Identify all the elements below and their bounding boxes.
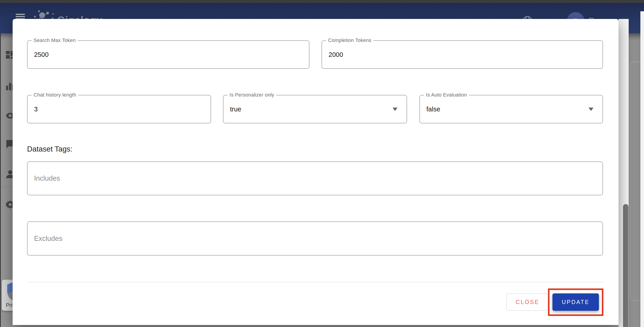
update-button[interactable]: UPDATE xyxy=(552,294,599,311)
dimmed-page-right xyxy=(629,34,640,327)
is-personalizer-only-label: Is Personalizer only xyxy=(228,92,276,98)
completion-tokens-field: Completion Tokens xyxy=(322,40,603,69)
completion-tokens-input[interactable] xyxy=(322,41,602,68)
search-max-token-field: Search Max Token xyxy=(27,40,309,69)
window-top-strip xyxy=(0,0,644,3)
chat-history-length-field: Chat history length xyxy=(27,95,211,123)
search-max-token-label: Search Max Token xyxy=(32,38,78,43)
settings-dialog: Search Max Token Completion Tokens Chat … xyxy=(13,19,618,325)
excludes-input[interactable] xyxy=(27,222,603,256)
dialog-scrollbar-track[interactable] xyxy=(618,19,629,327)
close-button[interactable]: CLOSE xyxy=(506,294,548,311)
is-personalizer-only-select[interactable] xyxy=(224,96,406,123)
backdrop-below-modal xyxy=(13,325,618,327)
search-max-token-input[interactable] xyxy=(28,41,309,68)
is-auto-evaluation-label: Is Auto Evaluation xyxy=(424,92,469,98)
completion-tokens-label: Completion Tokens xyxy=(326,38,374,43)
is-auto-evaluation-field: Is Auto Evaluation xyxy=(420,95,603,123)
is-auto-evaluation-select[interactable] xyxy=(420,96,602,123)
dataset-tags-label: Dataset Tags: xyxy=(27,145,72,153)
is-personalizer-only-field: Is Personalizer only xyxy=(223,95,407,123)
chat-history-length-input[interactable] xyxy=(28,96,210,123)
includes-input[interactable] xyxy=(27,162,603,195)
browser-scrollbar[interactable] xyxy=(640,11,644,327)
dialog-scrollbar-thumb[interactable] xyxy=(623,204,628,327)
sidebar-divider xyxy=(1,186,14,187)
background-card-outline xyxy=(630,62,640,300)
footer-divider xyxy=(27,282,603,282)
chat-history-length-label: Chat history length xyxy=(32,92,78,98)
page: Gigalogy R Rawmy xyxy=(0,0,644,327)
